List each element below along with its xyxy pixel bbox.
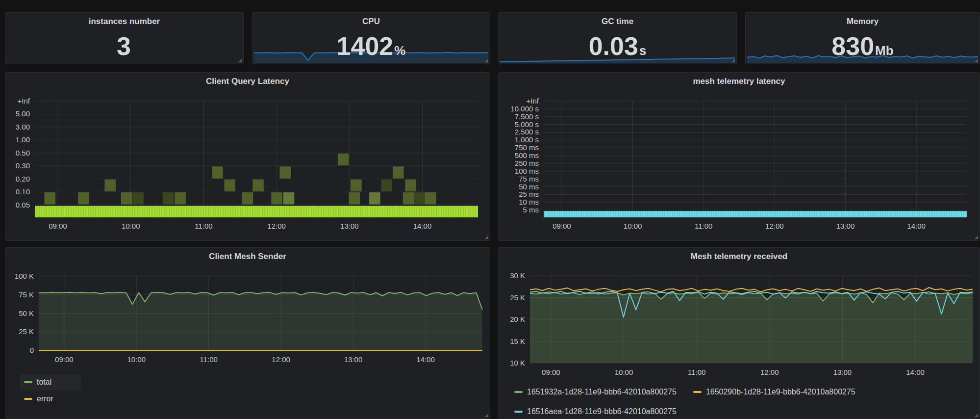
- svg-text:750 ms: 750 ms: [515, 143, 539, 152]
- panel-title-mesh-telemetry-latency[interactable]: mesh telemetry latency: [499, 77, 980, 86]
- svg-text:0.20: 0.20: [16, 175, 30, 183]
- svg-text:11:00: 11:00: [688, 368, 705, 376]
- legend-series-label: total: [37, 378, 51, 387]
- svg-text:25 ms: 25 ms: [519, 190, 539, 198]
- svg-text:1.000 s: 1.000 s: [515, 135, 539, 144]
- panel-client-query-latency: Client Query Latency +Inf5.003.001.000.5…: [5, 72, 490, 241]
- svg-text:5 ms: 5 ms: [523, 206, 539, 214]
- svg-text:0: 0: [30, 346, 34, 354]
- legend-series-label: 16516aea-1d28-11e9-bbb6-42010a800275: [527, 407, 677, 416]
- svg-text:50 K: 50 K: [19, 309, 34, 317]
- panel-title-client-mesh-sender[interactable]: Client Mesh Sender: [5, 252, 490, 262]
- svg-text:25 K: 25 K: [19, 327, 34, 336]
- mesh-telemetry-latency-heatmap[interactable]: +Inf10.000 s7.500 s5.000 s2.500 s1.000 s…: [499, 86, 980, 240]
- panel-resize-handle[interactable]: [485, 414, 488, 417]
- svg-text:20 K: 20 K: [510, 315, 525, 323]
- legend-item[interactable]: 1651932a-1d28-11e9-bbb6-42010a800275: [510, 384, 682, 400]
- panel-gc-time: GC time 0.03s: [498, 12, 737, 64]
- svg-text:10:00: 10:00: [615, 368, 633, 376]
- panel-title-memory[interactable]: Memory: [746, 17, 980, 26]
- svg-text:14:00: 14:00: [906, 368, 925, 376]
- svg-text:3.00: 3.00: [16, 123, 30, 131]
- svg-text:+Inf: +Inf: [18, 97, 30, 105]
- panel-resize-handle[interactable]: [975, 236, 978, 239]
- legend-series-dash: [24, 398, 32, 400]
- svg-text:10:00: 10:00: [127, 355, 146, 364]
- panel-mesh-telemetry-latency: mesh telemetry latency +Inf10.000 s7.500…: [498, 72, 980, 241]
- svg-text:5.000 s: 5.000 s: [515, 120, 539, 129]
- svg-text:12:00: 12:00: [765, 222, 784, 230]
- svg-text:0.30: 0.30: [16, 161, 30, 170]
- svg-text:14:00: 14:00: [413, 222, 432, 230]
- svg-text:13:00: 13:00: [344, 355, 363, 364]
- legend-item[interactable]: total: [20, 374, 81, 390]
- svg-text:14:00: 14:00: [907, 222, 926, 230]
- svg-text:09:00: 09:00: [553, 222, 571, 230]
- panel-title-gc-time[interactable]: GC time: [499, 17, 736, 26]
- svg-text:10:00: 10:00: [122, 222, 140, 230]
- svg-text:10.000 s: 10.000 s: [510, 105, 539, 113]
- svg-text:15 K: 15 K: [510, 337, 525, 345]
- panel-resize-handle[interactable]: [485, 236, 488, 239]
- svg-text:100 ms: 100 ms: [515, 167, 539, 175]
- svg-text:500 ms: 500 ms: [515, 151, 539, 159]
- svg-text:09:00: 09:00: [542, 368, 560, 376]
- cpu-value: 1402%: [252, 33, 490, 59]
- svg-text:14:00: 14:00: [416, 355, 435, 364]
- svg-text:50 ms: 50 ms: [519, 183, 539, 191]
- legend-series-label: 1650290b-1d28-11e9-bbb6-42010a800275: [706, 388, 855, 396]
- svg-text:12:00: 12:00: [760, 368, 779, 376]
- legend-series-label: error: [37, 394, 53, 403]
- panel-memory: Memory 830Mb: [745, 12, 980, 64]
- svg-text:+Inf: +Inf: [527, 97, 539, 105]
- svg-text:10 ms: 10 ms: [519, 198, 539, 206]
- client-query-latency-heatmap[interactable]: +Inf5.003.001.000.500.300.200.100.0509:0…: [5, 86, 490, 240]
- grafana-dashboard: instances number 3 CPU 1402% GC time 0.0…: [0, 0, 980, 419]
- panel-mesh-telemetry-received: Mesh telemetry received 30 K25 K20 K15 K…: [498, 247, 980, 419]
- svg-text:0.05: 0.05: [16, 201, 30, 209]
- panel-title-mesh-telemetry-received[interactable]: Mesh telemetry received: [499, 252, 980, 262]
- gc-time-value: 0.03s: [499, 33, 736, 59]
- svg-text:30 K: 30 K: [510, 271, 525, 280]
- mesh-telemetry-received-legend: 1651932a-1d28-11e9-bbb6-42010a8002751650…: [510, 384, 971, 419]
- svg-text:0.10: 0.10: [16, 187, 30, 196]
- panel-resize-handle[interactable]: [975, 414, 978, 417]
- svg-text:13:00: 13:00: [340, 222, 359, 230]
- svg-text:7.500 s: 7.500 s: [515, 112, 539, 121]
- legend-item[interactable]: 1650290b-1d28-11e9-bbb6-42010a800275: [689, 384, 861, 400]
- svg-text:10 K: 10 K: [510, 359, 525, 367]
- svg-text:5.00: 5.00: [16, 109, 30, 118]
- legend-series-label: 1651932a-1d28-11e9-bbb6-42010a800275: [527, 388, 677, 396]
- svg-text:100 K: 100 K: [15, 272, 34, 280]
- panel-client-mesh-sender: Client Mesh Sender 100 K75 K50 K25 K009:…: [5, 247, 490, 419]
- svg-text:12:00: 12:00: [267, 222, 286, 230]
- panel-resize-handle[interactable]: [238, 59, 242, 62]
- svg-text:11:00: 11:00: [200, 355, 217, 364]
- svg-text:13:00: 13:00: [836, 222, 855, 230]
- legend-item[interactable]: error: [20, 391, 59, 407]
- svg-text:1.00: 1.00: [16, 135, 30, 144]
- panel-instances-number: instances number 3: [5, 12, 244, 64]
- svg-text:0.50: 0.50: [16, 149, 30, 157]
- legend-item[interactable]: 16516aea-1d28-11e9-bbb6-42010a800275: [510, 404, 682, 419]
- panel-cpu: CPU 1402%: [252, 12, 490, 64]
- panel-title-instances[interactable]: instances number: [5, 17, 243, 26]
- client-mesh-sender-legend: totalerror: [20, 374, 88, 408]
- svg-text:10:00: 10:00: [624, 222, 642, 230]
- svg-text:09:00: 09:00: [49, 222, 67, 230]
- svg-text:250 ms: 250 ms: [515, 159, 539, 167]
- svg-text:12:00: 12:00: [272, 355, 290, 364]
- svg-text:75 ms: 75 ms: [519, 175, 539, 183]
- svg-text:11:00: 11:00: [195, 222, 212, 230]
- svg-text:09:00: 09:00: [55, 355, 74, 364]
- legend-series-dash: [24, 381, 32, 383]
- memory-value: 830Mb: [746, 33, 980, 59]
- svg-text:11:00: 11:00: [695, 222, 712, 230]
- panel-title-cpu[interactable]: CPU: [252, 17, 490, 26]
- panel-title-client-query-latency[interactable]: Client Query Latency: [5, 77, 490, 86]
- legend-series-dash: [514, 391, 523, 393]
- svg-text:2.500 s: 2.500 s: [515, 128, 539, 136]
- instances-value: 3: [5, 33, 243, 59]
- legend-series-dash: [514, 411, 523, 413]
- svg-text:75 K: 75 K: [19, 290, 34, 299]
